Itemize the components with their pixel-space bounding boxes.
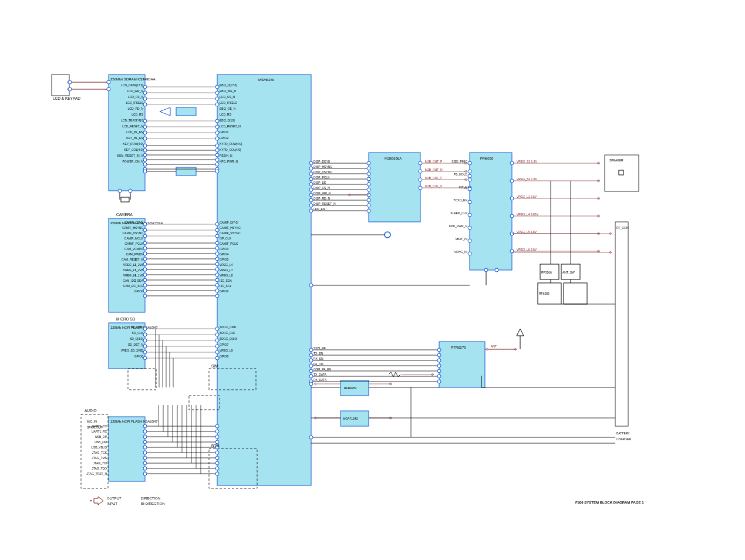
svg-text:GPIO6: GPIO6 (220, 289, 229, 293)
svg-point-224 (419, 161, 422, 165)
svg-point-15 (143, 97, 147, 100)
svg-point-200 (309, 183, 313, 186)
mjb-block (369, 153, 420, 222)
svg-text:LED_EN: LED_EN (313, 207, 325, 211)
svg-text:LCD_RESET_N: LCD_RESET_N (122, 124, 143, 128)
svg-text:VREG_L1 2.6V: VREG_L1 2.6V (517, 195, 537, 198)
svg-point-37 (215, 149, 219, 152)
svg-point-283 (495, 268, 498, 272)
svg-point-7 (90, 500, 92, 501)
svg-point-291 (309, 353, 313, 357)
opt1 (128, 369, 156, 390)
svg-text:SLEEP_CLK: SLEEP_CLK (450, 211, 467, 215)
svg-text:KEY_BL_EN: KEY_BL_EN (126, 136, 143, 140)
svg-point-99 (143, 289, 147, 292)
opt3 (189, 396, 220, 410)
antsw-label: ANT_SW (562, 271, 575, 274)
svg-text:JTAG_TRST_N: JTAG_TRST_N (86, 472, 107, 475)
svg-point-307 (309, 375, 313, 378)
svg-point-28 (215, 131, 219, 134)
svg-point-123 (215, 350, 219, 354)
svg-point-64 (215, 222, 219, 226)
svg-point-300 (437, 364, 441, 367)
pmic-label: PM6050 (480, 157, 494, 160)
svg-text:PS_HOLD: PS_HOLD (454, 173, 468, 176)
svg-point-69 (143, 234, 147, 238)
svg-text:VREG_L8_1V8: VREG_L8_1V8 (123, 274, 143, 277)
svg-point-295 (309, 359, 313, 362)
svg-point-111 (215, 327, 219, 330)
svg-text:KPD_PWR_N: KPD_PWR_N (220, 160, 238, 163)
svg-point-204 (309, 188, 313, 191)
svg-text:UART1_RX: UART1_RX (92, 430, 107, 433)
svg-point-84 (143, 262, 147, 266)
svg-text:I2C_SDA: I2C_SDA (220, 279, 232, 282)
svg-point-292 (437, 353, 441, 357)
svg-point-119 (143, 345, 147, 348)
svg-text:CAM_I2C_SCL: CAM_I2C_SCL (123, 284, 143, 288)
svg-point-110 (143, 327, 147, 330)
svg-point-232 (419, 178, 422, 181)
svg-text:VREG_L5 1.8V: VREG_L5 1.8V (517, 230, 537, 234)
svg-point-312 (437, 380, 441, 383)
svg-text:LCD_BL_EN: LCD_BL_EN (126, 130, 143, 134)
svg-text:LCD_WR_N: LCD_WR_N (127, 89, 143, 93)
svg-point-66 (143, 228, 147, 232)
svg-text:BATTERY: BATTERY (616, 431, 630, 435)
svg-text:CAMERA: CAMERA (116, 212, 133, 217)
sdram-label: 256Mbit SDRAM KS349DAA (110, 77, 156, 81)
svg-text:CAMIF_PCLK: CAMIF_PCLK (220, 242, 238, 245)
svg-point-25 (215, 125, 219, 129)
svg-point-255 (468, 252, 471, 255)
schematic-canvas: MSM6250 256Mbit SDRAM KS349DAA 256Mb NAN… (0, 0, 745, 560)
svg-text:KEY_COL[4:0]: KEY_COL[4:0] (124, 148, 143, 151)
svg-text:VREG_L9: VREG_L9 (220, 349, 233, 352)
svg-point-39 (143, 153, 147, 157)
svg-point-253 (468, 239, 471, 242)
svg-point-18 (143, 103, 147, 106)
svg-point-97 (215, 284, 219, 287)
svg-point-12 (143, 91, 147, 95)
svg-text:EBI2_D[10]: EBI2_D[10] (220, 119, 235, 122)
svg-point-93 (143, 278, 147, 282)
svg-text:LCD_RS: LCD_RS (220, 113, 231, 116)
svg-text:INT_N: INT_N (459, 185, 468, 189)
svg-point-94 (215, 278, 219, 282)
svg-point-217 (367, 204, 370, 207)
svg-point-208 (309, 193, 313, 197)
svg-text:MJB_CLK_P: MJB_CLK_P (425, 176, 442, 180)
svg-point-87 (143, 268, 147, 271)
msm-label: MSM6250 (258, 78, 275, 82)
svg-text:TX_DATA: TX_DATA (313, 373, 326, 376)
svg-point-288 (437, 348, 441, 352)
svg-text:MICRO SD: MICRO SD (116, 317, 136, 321)
svg-text:LCD_TE/VSYNC: LCD_TE/VSYNC (121, 119, 143, 122)
svg-point-155 (215, 451, 219, 454)
svg-point-9 (143, 85, 147, 89)
svg-text:CAM_VCMPD: CAM_VCMPD (124, 247, 143, 251)
svg-point-103 (215, 294, 219, 298)
svg-point-126 (215, 356, 219, 360)
svg-point-73 (215, 241, 219, 245)
svg-text:GPIO2: GPIO2 (220, 136, 229, 140)
svg-point-185 (367, 161, 370, 165)
svg-point-221 (367, 209, 370, 212)
lcd-conn (52, 75, 69, 96)
rf-con-block (615, 222, 628, 426)
svg-point-216 (309, 204, 313, 207)
svg-point-188 (309, 167, 313, 170)
svg-point-52 (143, 170, 147, 173)
legend: OUTPUT INPUT DIRECTION BI-DIRECTION (90, 497, 165, 505)
svg-point-4 (118, 189, 122, 193)
svg-point-88 (215, 268, 219, 271)
svg-point-34 (215, 144, 219, 147)
svg-point-22 (215, 119, 219, 123)
svg-point-142 (143, 435, 147, 438)
svg-point-184 (309, 161, 313, 165)
legend-in: INPUT (107, 502, 117, 505)
svg-point-251 (468, 226, 471, 230)
svg-point-296 (437, 359, 441, 362)
svg-point-201 (367, 183, 370, 186)
svg-text:CAM_RESET_N: CAM_RESET_N (122, 258, 143, 261)
svg-point-158 (143, 456, 147, 460)
